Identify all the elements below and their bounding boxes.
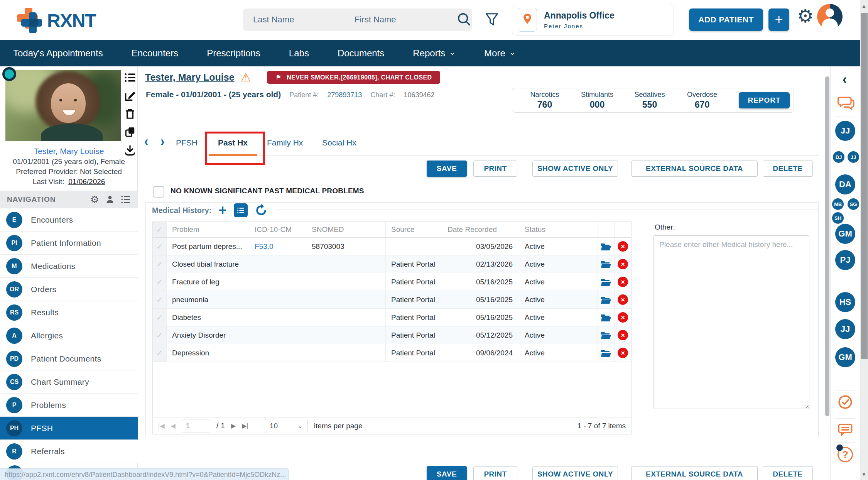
sidebar-item-patient-information[interactable]: PIPatient Information <box>0 232 138 255</box>
print-button[interactable]: PRINT <box>473 161 517 177</box>
first-name-input[interactable] <box>344 8 472 31</box>
row-check[interactable]: ✓ <box>153 255 167 273</box>
nav-documents[interactable]: Documents <box>338 48 384 59</box>
row-check[interactable]: ✓ <box>153 291 167 308</box>
nav-reports[interactable]: Reports⌄ <box>413 48 456 59</box>
report-button[interactable]: REPORT <box>739 92 790 108</box>
table-row[interactable]: ✓ Diabetes Patient Portal 05/16/2025 Act… <box>153 309 631 326</box>
delete-row-button[interactable]: ✕ <box>615 273 631 291</box>
print-button-bottom[interactable]: PRINT <box>473 466 517 480</box>
delete-button-bottom[interactable]: DELETE <box>763 466 813 480</box>
refresh-icon[interactable] <box>255 204 268 217</box>
sidebar-item-orders[interactable]: OROrders <box>0 278 138 301</box>
rail-avatar[interactable]: JJ <box>835 319 855 339</box>
col-icd10[interactable]: ICD-10-CM <box>249 222 306 237</box>
patient-name-link[interactable]: Tester, Mary Louise <box>145 72 235 83</box>
delete-row-button[interactable]: ✕ <box>615 255 631 273</box>
open-folder-icon[interactable] <box>598 326 615 344</box>
rail-avatar[interactable]: SG <box>848 198 859 210</box>
row-check[interactable]: ✓ <box>153 273 167 291</box>
save-button[interactable]: SAVE <box>427 161 467 177</box>
table-row[interactable]: ✓ Depression Patient Portal 09/06/2024 A… <box>153 344 631 362</box>
rail-avatar[interactable]: GM <box>835 347 855 367</box>
table-row[interactable]: ✓ Closed tibial fracture Patient Portal … <box>153 255 631 273</box>
col-source[interactable]: Source <box>386 222 442 237</box>
add-history-icon[interactable]: + <box>218 203 226 217</box>
other-history-textarea[interactable] <box>654 235 809 409</box>
table-row[interactable]: ✓ Fracture of leg Patient Portal 05/16/2… <box>153 273 631 291</box>
delete-row-button[interactable]: ✕ <box>615 326 631 344</box>
delete-row-button[interactable]: ✕ <box>615 309 631 326</box>
office-selector[interactable]: Annapolis Office Peter Jones <box>512 4 674 35</box>
nav-settings-gear-icon[interactable]: ⚙ <box>90 194 99 205</box>
cell-icd10-link[interactable] <box>249 326 306 344</box>
cell-icd10-link[interactable] <box>249 309 306 326</box>
sidebar-patient-name-link[interactable]: Tester, Mary Louise <box>0 147 138 156</box>
tabs-scroll-right-icon[interactable]: › <box>160 134 165 149</box>
nav-prescriptions[interactable]: Prescriptions <box>207 48 260 59</box>
quick-add-button[interactable]: + <box>768 8 789 31</box>
no-known-problems-checkbox[interactable] <box>153 186 164 198</box>
row-check[interactable]: ✓ <box>153 326 167 344</box>
nav-more[interactable]: More⌄ <box>484 48 515 59</box>
pager-first-icon[interactable]: |◀ <box>158 422 164 429</box>
select-all-check[interactable]: ✓ <box>153 222 167 237</box>
rail-avatar[interactable]: MB <box>832 198 844 210</box>
sidebar-item-problems[interactable]: PProblems <box>0 394 138 417</box>
rail-avatar[interactable]: PJ <box>835 250 855 270</box>
open-folder-icon[interactable] <box>598 255 615 273</box>
chat-bubbles-icon[interactable] <box>836 96 855 112</box>
filter-icon[interactable] <box>484 12 500 27</box>
external-source-data-button-bottom[interactable]: EXTERNAL SOURCE DATA <box>631 466 758 480</box>
pager-next-icon[interactable]: ▶ <box>231 422 236 429</box>
last-name-input[interactable] <box>243 8 362 31</box>
show-active-only-button[interactable]: SHOW ACTIVE ONLY <box>532 161 618 177</box>
table-row[interactable]: ✓ Anxiety Disorder Patient Portal 05/12/… <box>153 326 631 344</box>
sidebar-item-encounters[interactable]: EEncounters <box>0 208 138 232</box>
row-check[interactable]: ✓ <box>153 238 167 255</box>
user-avatar[interactable] <box>817 4 843 29</box>
col-snomed[interactable]: SNOMED <box>306 222 386 237</box>
cell-icd10-link[interactable] <box>249 344 306 362</box>
content-scrollbar-thumb[interactable] <box>825 76 829 416</box>
sidebar-item-chart-summary[interactable]: CSChart Summary <box>0 370 138 394</box>
pager-page-input[interactable] <box>182 419 210 433</box>
delete-row-button[interactable]: ✕ <box>615 291 631 308</box>
sidebar-item-pfsh[interactable]: PHPFSH <box>0 417 138 440</box>
nav-list-icon[interactable] <box>121 194 131 205</box>
last-visit-date-link[interactable]: 01/06/2026 <box>68 177 105 186</box>
open-folder-icon[interactable] <box>598 238 615 255</box>
external-source-data-button[interactable]: EXTERNAL SOURCE DATA <box>631 161 758 177</box>
pager-prev-icon[interactable]: ◀ <box>171 422 175 429</box>
search-icon[interactable] <box>456 12 472 27</box>
chart-flag-badge[interactable]: ⚑ NEVER SMOKER.[266919005], CHART CLOSED <box>267 71 440 84</box>
show-active-only-button-bottom[interactable]: SHOW ACTIVE ONLY <box>532 466 618 480</box>
table-row[interactable]: ✓ Post partum depres... F53.0 58703003 0… <box>153 238 631 255</box>
rail-avatar[interactable]: DJ <box>833 151 844 163</box>
tasks-check-icon[interactable] <box>838 394 853 410</box>
warning-icon[interactable]: ⚠ <box>241 72 251 83</box>
rail-avatar[interactable]: HS <box>835 292 855 312</box>
patient-list-icon[interactable] <box>124 72 136 83</box>
tab-pfsh[interactable]: PFSH <box>176 138 198 147</box>
copy-icon[interactable] <box>124 126 136 138</box>
sidebar-item-allergies[interactable]: AAllergies <box>0 324 138 347</box>
row-check[interactable]: ✓ <box>153 309 167 326</box>
delete-row-button[interactable]: ✕ <box>615 238 631 255</box>
cell-icd10-link[interactable]: F53.0 <box>249 238 306 255</box>
edit-icon[interactable] <box>124 90 136 101</box>
nav-encounters[interactable]: Encounters <box>132 48 178 59</box>
rail-avatar[interactable]: JJ <box>848 151 859 163</box>
row-check[interactable]: ✓ <box>153 344 167 362</box>
pager-last-icon[interactable]: ▶| <box>242 422 248 429</box>
delete-trash-icon[interactable] <box>124 108 136 120</box>
nav-labs[interactable]: Labs <box>289 48 309 59</box>
col-status[interactable]: Status <box>519 222 598 237</box>
message-icon[interactable] <box>837 422 853 438</box>
rail-collapse-icon[interactable]: ‹ <box>843 71 847 88</box>
rxnt-logo[interactable]: RXNT <box>16 8 96 33</box>
cell-icd10-link[interactable] <box>249 291 306 308</box>
tabs-scroll-left-icon[interactable]: ‹ <box>144 134 149 149</box>
rail-avatar[interactable]: SH <box>832 212 844 224</box>
tab-social-hx[interactable]: Social Hx <box>322 138 356 147</box>
